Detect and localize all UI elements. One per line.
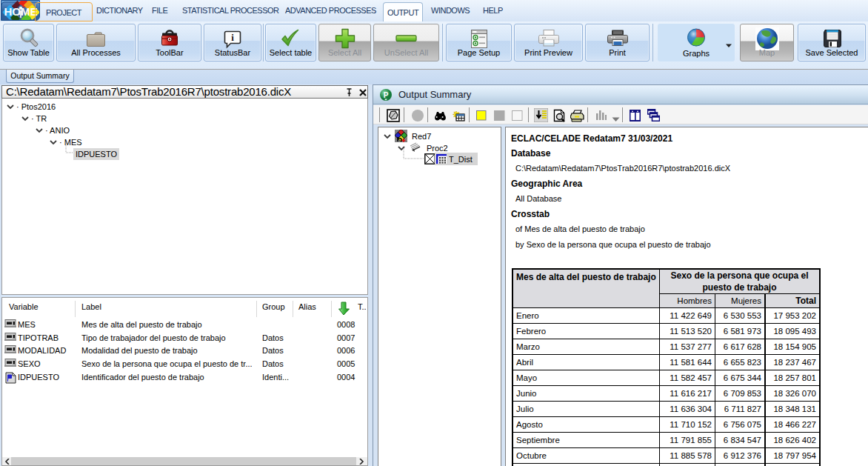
svg-text:P: P [384,91,389,99]
svg-text:HOME: HOME [4,5,38,18]
svg-text:i: i [231,32,234,43]
